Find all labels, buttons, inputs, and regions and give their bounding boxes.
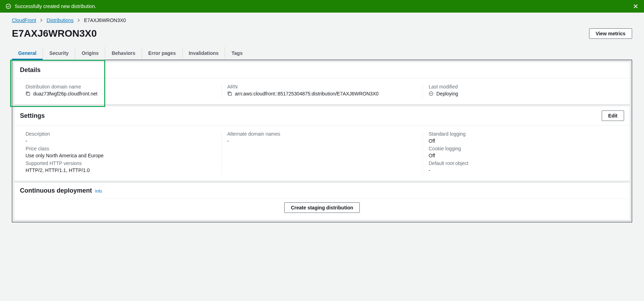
copy-icon[interactable] [227,91,232,96]
tab-security[interactable]: Security [43,47,75,59]
close-icon[interactable] [633,3,638,9]
http-versions-value: HTTP/2, HTTP/1.1, HTTP/1.0 [26,167,216,173]
http-versions-label: Supported HTTP versions [26,160,216,166]
settings-title: Settings [20,112,45,120]
panel-container: Details Distribution domain name duaz73f… [12,60,632,222]
settings-header: Settings Edit [14,106,630,126]
arn-label: ARN [227,84,417,89]
tab-origins[interactable]: Origins [75,47,105,59]
continuous-header: Continuous deployment Info [14,183,630,199]
check-circle-icon [6,3,11,9]
page-title: E7AXJ6WRON3X0 [12,28,97,39]
tab-invalidations[interactable]: Invalidations [183,47,226,59]
last-modified-value: Deploying [436,91,458,96]
details-card: Details Distribution domain name duaz73f… [14,62,630,104]
tab-error-pages[interactable]: Error pages [142,47,183,59]
tab-tags[interactable]: Tags [225,47,249,59]
continuous-body: Create staging distribution [14,199,630,220]
tab-behaviors[interactable]: Behaviors [105,47,142,59]
continuous-title: Continuous deployment Info [20,187,102,194]
success-banner: Successfully created new distribution. [0,0,644,13]
price-class-label: Price class [26,146,216,151]
cookie-logging-value: Off [429,153,618,158]
details-body: Distribution domain name duaz73fwgf26p.c… [14,78,630,104]
domain-name-label: Distribution domain name [26,84,216,89]
info-link[interactable]: Info [95,189,102,194]
continuous-title-text: Continuous deployment [20,187,92,194]
page-header: E7AXJ6WRON3X0 View metrics [12,28,632,39]
view-metrics-button[interactable]: View metrics [589,28,632,39]
arn-value: arn:aws:cloudfront::851725304875:distrib… [235,91,379,96]
price-class-value: Use only North America and Europe [26,153,216,158]
settings-body: Description - Price class Use only North… [14,126,630,181]
chevron-right-icon [77,19,80,22]
standard-logging-value: Off [429,138,618,144]
breadcrumb-current: E7AXJ6WRON3X0 [84,17,126,23]
standard-logging-label: Standard logging [429,131,618,137]
default-root-label: Default root object [429,160,618,166]
edit-button[interactable]: Edit [602,110,624,121]
last-modified-label: Last modified [429,84,618,89]
continuous-deployment-card: Continuous deployment Info Create stagin… [14,183,630,220]
chevron-right-icon [40,19,43,22]
details-title: Details [20,66,41,74]
create-staging-button[interactable]: Create staging distribution [284,202,360,213]
tab-general[interactable]: General [12,47,43,59]
alternate-domains-value: - [227,138,417,144]
page-content: CloudFront Distributions E7AXJ6WRON3X0 E… [0,13,644,233]
details-header: Details [14,62,630,78]
copy-icon[interactable] [26,91,30,96]
tab-bar: General Security Origins Behaviors Error… [12,47,632,60]
deploying-icon [429,91,434,96]
domain-name-value: duaz73fwgf26p.cloudfront.net [33,91,98,96]
breadcrumb: CloudFront Distributions E7AXJ6WRON3X0 [12,17,632,23]
banner-message: Successfully created new distribution. [15,3,96,9]
alternate-domains-label: Alternate domain names [227,131,417,137]
svg-rect-2 [229,93,231,95]
breadcrumb-section[interactable]: Distributions [46,17,73,23]
cookie-logging-label: Cookie logging [429,146,618,151]
default-root-value: - [429,167,618,173]
description-value: - [26,138,216,144]
breadcrumb-service[interactable]: CloudFront [12,17,36,23]
settings-card: Settings Edit Description - Price class … [14,106,630,181]
svg-rect-1 [27,93,30,95]
description-label: Description [26,131,216,137]
